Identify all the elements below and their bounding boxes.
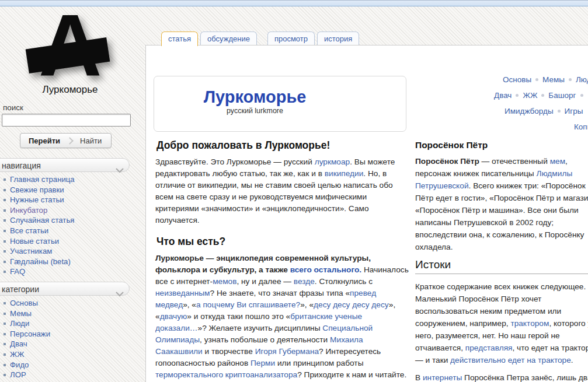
sidebar-item: Гæдлайны (beta) bbox=[4, 257, 75, 267]
bullet-icon bbox=[4, 219, 6, 222]
tab-2[interactable]: обсуждение bbox=[200, 31, 257, 45]
sidebar-link[interactable]: Новые статьи bbox=[10, 237, 59, 246]
portal-link[interactable]: Мемы bbox=[542, 75, 565, 84]
sidebar-link[interactable]: FAQ bbox=[10, 267, 25, 276]
bullet-icon bbox=[4, 178, 6, 181]
text-segment: », « bbox=[183, 300, 196, 309]
inline-link[interactable]: Игоря Губермана bbox=[255, 347, 319, 356]
dot-separator-icon bbox=[558, 110, 561, 113]
text-segment: Поросёнок Пётр bbox=[415, 157, 479, 166]
inline-link[interactable]: трактором bbox=[510, 319, 549, 328]
tab-4[interactable]: история bbox=[317, 31, 359, 45]
sidebar-link[interactable]: Участникам bbox=[10, 247, 52, 255]
sidebar-link[interactable]: ЛОР bbox=[10, 370, 26, 379]
pig-paragraph: Поросёнок Пётр — отечественный мем, перс… bbox=[415, 155, 588, 253]
dot-separator-icon bbox=[569, 78, 572, 81]
right-column: Поросёнок Пётр Поросёнок Пётр — отечеств… bbox=[415, 139, 588, 382]
text-segment: . Столкнулись с bbox=[315, 277, 373, 286]
portal-links-line: Копипаста bbox=[574, 122, 588, 131]
tab-3[interactable]: просмотр bbox=[267, 31, 315, 45]
sidebar-link[interactable]: Основы bbox=[10, 299, 38, 307]
sidebar-link[interactable]: Главная страница bbox=[10, 175, 75, 184]
portal-link[interactable]: Копипаста bbox=[574, 122, 588, 131]
chevron-down-icon bbox=[116, 287, 124, 301]
bullet-icon bbox=[4, 333, 6, 335]
text-segment: » и откуда таки пошло это « bbox=[187, 312, 290, 321]
sidebar-item: Двач bbox=[4, 339, 50, 349]
inline-link[interactable]: представляя bbox=[465, 344, 513, 352]
dot-separator-icon bbox=[541, 94, 544, 97]
chevron-right-icon bbox=[66, 137, 74, 145]
text-segment: . bbox=[571, 356, 573, 365]
sidebar-item: Новые статьи bbox=[4, 236, 75, 247]
inline-link[interactable]: мем bbox=[550, 157, 565, 166]
text-segment: , ну и далее — bbox=[236, 277, 293, 286]
sidebar-link[interactable]: Случайная статья bbox=[10, 216, 74, 225]
bullet-icon bbox=[4, 302, 6, 304]
portal-link[interactable]: Двач bbox=[494, 91, 512, 100]
portal-link[interactable]: Имиджборды bbox=[505, 107, 554, 115]
bullet-icon bbox=[4, 261, 6, 263]
tab-1[interactable]: статья bbox=[161, 31, 198, 46]
sidebar-item: Основы bbox=[4, 298, 50, 309]
inline-link[interactable]: Перми bbox=[250, 359, 275, 367]
search-input[interactable] bbox=[2, 114, 131, 127]
site-logo[interactable]: A bbox=[12, 8, 128, 85]
inline-link[interactable]: неизведанным bbox=[155, 289, 210, 297]
bullet-icon bbox=[4, 364, 6, 366]
inline-link[interactable]: википедии bbox=[325, 169, 364, 178]
sidebar-link[interactable]: Нужные статьи bbox=[10, 195, 64, 204]
page-title: Луркоморье bbox=[154, 88, 356, 106]
portal-link[interactable]: Игры bbox=[565, 107, 583, 115]
categories-section-header[interactable]: категории bbox=[0, 282, 130, 296]
portal-link[interactable]: Люди bbox=[576, 75, 588, 84]
inline-link[interactable]: луркмоар bbox=[315, 157, 350, 166]
sidebar-link[interactable]: Мемы bbox=[10, 309, 32, 318]
sidebar-item: Люди bbox=[4, 318, 50, 329]
sidebar-link[interactable]: Фидо bbox=[10, 360, 29, 369]
sidebar-link[interactable]: Люди bbox=[10, 319, 29, 328]
sidebar-link[interactable]: Персонажи bbox=[10, 330, 50, 338]
text-segment: или принципом работы bbox=[275, 359, 363, 367]
portal-link[interactable]: ЖЖ bbox=[523, 91, 537, 100]
origins-heading: Истоки bbox=[415, 258, 588, 274]
inline-link[interactable]: терморектального криптоанализатора bbox=[155, 370, 297, 379]
find-button[interactable]: Найти bbox=[73, 134, 111, 147]
sidebar-item: Свежие правки bbox=[4, 185, 75, 195]
inline-link[interactable]: действительно едет на тракторе bbox=[450, 356, 571, 365]
sidebar-link[interactable]: ЖЖ bbox=[10, 350, 24, 359]
sidebar-item: ЛОР bbox=[4, 370, 50, 380]
portal-links-line: ИмиджбордыИгры bbox=[505, 107, 583, 115]
sidebar-link[interactable]: Инкубатор bbox=[10, 206, 47, 215]
page-tabs: статьяобсуждениепросмотристория bbox=[161, 31, 359, 46]
inline-link[interactable]: а поцчему Ви спгашиваете? bbox=[196, 300, 300, 309]
sidebar-link[interactable]: Все статьи bbox=[10, 226, 48, 235]
inline-link[interactable]: везде bbox=[294, 277, 315, 286]
sidebar-item: Все статьи bbox=[4, 226, 75, 236]
portal-link[interactable]: Башорг bbox=[548, 91, 576, 100]
sidebar-item: Персонажи bbox=[4, 329, 50, 339]
sidebar-link[interactable]: Свежие правки bbox=[10, 185, 64, 194]
portal-link[interactable]: Основы bbox=[503, 75, 531, 84]
dot-separator-icon bbox=[516, 94, 519, 97]
text-segment: — отечественный bbox=[479, 157, 550, 166]
go-button[interactable]: Перейти bbox=[20, 134, 67, 147]
bullet-icon bbox=[4, 271, 6, 273]
nav-section-header[interactable]: навигация bbox=[0, 158, 130, 172]
inline-link[interactable]: интернеты bbox=[423, 373, 462, 382]
sidebar-item: Мемы bbox=[4, 309, 50, 319]
sidebar-item: Главная страница bbox=[4, 174, 75, 185]
text-segment: В bbox=[415, 373, 423, 382]
nav-section-title: навигация bbox=[2, 161, 41, 170]
inline-link[interactable]: всего остального. bbox=[290, 265, 362, 274]
inline-link[interactable]: десу десу десу десу bbox=[314, 300, 389, 309]
search-label: поиск bbox=[3, 103, 23, 112]
sidebar-item: ЖЖ bbox=[4, 349, 50, 360]
dot-separator-icon bbox=[535, 78, 538, 81]
sidebar-link[interactable]: Двач bbox=[10, 339, 27, 348]
inline-link[interactable]: двачую bbox=[160, 312, 187, 321]
sidebar-link[interactable]: Гæдлайны (beta) bbox=[10, 257, 71, 266]
pig-heading: Поросёнок Пётр bbox=[415, 139, 588, 151]
inline-link[interactable]: мемов bbox=[213, 277, 236, 286]
sidebar-item: FAQ bbox=[4, 267, 75, 277]
